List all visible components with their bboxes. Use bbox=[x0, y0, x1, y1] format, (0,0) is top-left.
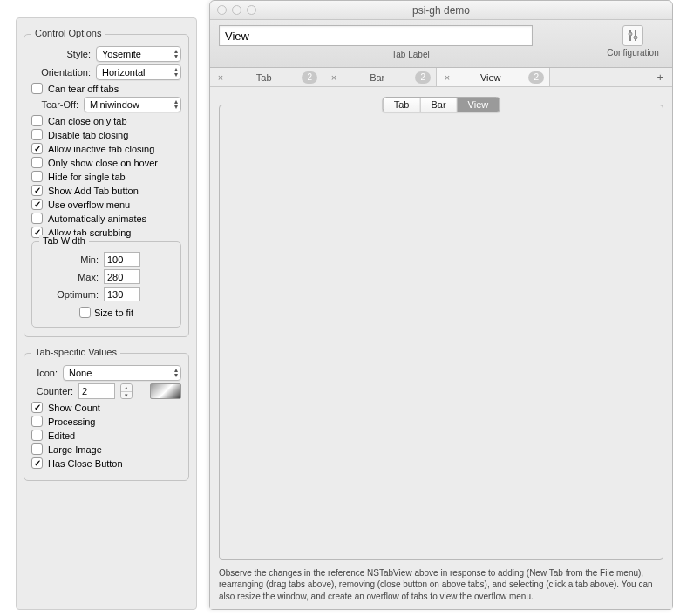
show-count-label: Show Count bbox=[48, 403, 100, 413]
footer-text: Observe the changes in the reference NST… bbox=[219, 567, 663, 603]
icon-label: Icon: bbox=[31, 368, 58, 378]
show-count-checkbox[interactable] bbox=[31, 402, 43, 413]
configuration-caption: Configuration bbox=[607, 48, 658, 58]
tab-specific-title: Tab-specific Values bbox=[31, 347, 120, 357]
tearoff-label: Can tear off tabs bbox=[48, 84, 119, 94]
traffic-lights[interactable] bbox=[217, 5, 256, 15]
large-image-label: Large Image bbox=[48, 444, 102, 455]
close-only-checkbox[interactable] bbox=[31, 115, 43, 126]
min-label: Min: bbox=[39, 254, 99, 265]
counter-label: Counter: bbox=[31, 386, 73, 396]
optimum-input[interactable] bbox=[104, 287, 140, 301]
tab-item-1[interactable]: × Bar 2 bbox=[323, 68, 437, 86]
configuration-icon[interactable] bbox=[622, 25, 643, 46]
tearoff-checkbox[interactable] bbox=[31, 83, 43, 94]
edited-checkbox[interactable] bbox=[31, 430, 43, 441]
auto-anim-checkbox[interactable] bbox=[31, 213, 43, 224]
processing-label: Processing bbox=[48, 416, 95, 427]
tab-item-0[interactable]: × Tab 2 bbox=[210, 68, 323, 86]
max-label: Max: bbox=[39, 272, 99, 282]
disable-close-checkbox[interactable] bbox=[31, 129, 43, 140]
tab-strip: × Tab 2 × Bar 2 × View 2 + bbox=[210, 68, 672, 87]
processing-checkbox[interactable] bbox=[31, 416, 43, 427]
disable-close-label: Disable tab closing bbox=[48, 130, 128, 140]
tab-width-group: Tab Width Min: Max: Optimum: Size to fit bbox=[31, 241, 181, 328]
svg-point-3 bbox=[634, 36, 637, 39]
reference-tabview: Tab Bar View bbox=[219, 105, 663, 560]
hide-single-checkbox[interactable] bbox=[31, 171, 43, 182]
svg-point-2 bbox=[629, 32, 632, 36]
auto-anim-label: Automatically animates bbox=[48, 213, 146, 224]
tab-width-title: Tab Width bbox=[39, 235, 89, 246]
orientation-label: Orientation: bbox=[31, 67, 91, 78]
seg-tab[interactable]: Tab bbox=[384, 98, 421, 112]
edited-label: Edited bbox=[48, 430, 75, 441]
control-options-group: Control Options Style: Yosemite ▴▾ Orien… bbox=[24, 34, 189, 337]
size-fit-label: Size to fit bbox=[94, 308, 133, 318]
style-label: Style: bbox=[31, 49, 91, 59]
toolbar: Tab Label Configuration bbox=[210, 20, 672, 68]
color-well[interactable] bbox=[150, 383, 181, 399]
close-icon[interactable]: × bbox=[329, 72, 339, 83]
control-options-title: Control Options bbox=[31, 28, 105, 38]
window-title: psi-gh demo bbox=[210, 4, 672, 17]
tab-badge: 2 bbox=[415, 71, 431, 84]
allow-inactive-label: Allow inactive tab closing bbox=[48, 144, 154, 154]
size-fit-checkbox[interactable] bbox=[79, 307, 91, 318]
close-icon[interactable]: × bbox=[215, 72, 226, 83]
hide-single-label: Hide for single tab bbox=[48, 172, 126, 182]
titlebar: psi-gh demo bbox=[210, 1, 672, 20]
hover-close-checkbox[interactable] bbox=[31, 157, 43, 168]
content-area: Tab Bar View Observe the changes in the … bbox=[210, 87, 672, 609]
tab-badge: 2 bbox=[528, 71, 544, 84]
show-add-checkbox[interactable] bbox=[31, 185, 43, 196]
max-input[interactable] bbox=[104, 269, 140, 284]
show-add-label: Show Add Tab button bbox=[48, 186, 139, 196]
min-input[interactable] bbox=[104, 252, 140, 267]
tab-title: Bar bbox=[343, 72, 411, 83]
has-close-checkbox[interactable] bbox=[31, 457, 43, 469]
seg-view[interactable]: View bbox=[458, 98, 500, 112]
has-close-label: Has Close Button bbox=[48, 458, 123, 469]
large-image-checkbox[interactable] bbox=[31, 443, 43, 455]
tab-title: View bbox=[456, 72, 525, 83]
tab-item-2[interactable]: × View 2 bbox=[437, 68, 550, 86]
tearoff-style-label: Tear-Off: bbox=[31, 99, 78, 110]
icon-select[interactable]: None bbox=[63, 365, 181, 381]
optimum-label: Optimum: bbox=[39, 289, 99, 300]
tab-label-input[interactable] bbox=[219, 25, 533, 46]
overflow-label: Use overflow menu bbox=[48, 200, 130, 210]
orientation-select[interactable]: Horizontal bbox=[96, 64, 181, 80]
counter-input[interactable] bbox=[78, 383, 115, 399]
tab-specific-group: Tab-specific Values Icon: None ▴▾ Counte… bbox=[24, 353, 189, 481]
tearoff-select[interactable]: Miniwindow bbox=[84, 97, 181, 112]
add-tab-button[interactable]: + bbox=[550, 68, 672, 86]
tab-label-caption: Tab Label bbox=[391, 50, 429, 59]
hover-close-label: Only show close on hover bbox=[48, 158, 158, 168]
style-select[interactable]: Yosemite bbox=[96, 46, 181, 62]
close-only-label: Can close only tab bbox=[48, 116, 127, 126]
tab-title: Tab bbox=[229, 72, 298, 83]
tab-badge: 2 bbox=[302, 71, 317, 84]
seg-bar[interactable]: Bar bbox=[420, 98, 457, 112]
close-icon[interactable]: × bbox=[442, 72, 452, 83]
segmented-control: Tab Bar View bbox=[383, 97, 500, 112]
settings-panel: Control Options Style: Yosemite ▴▾ Orien… bbox=[16, 17, 197, 610]
demo-window: psi-gh demo Tab Label Configuration × Ta… bbox=[209, 0, 673, 610]
overflow-checkbox[interactable] bbox=[31, 199, 43, 210]
allow-inactive-checkbox[interactable] bbox=[31, 143, 43, 154]
counter-stepper[interactable]: ▴▾ bbox=[120, 383, 133, 399]
